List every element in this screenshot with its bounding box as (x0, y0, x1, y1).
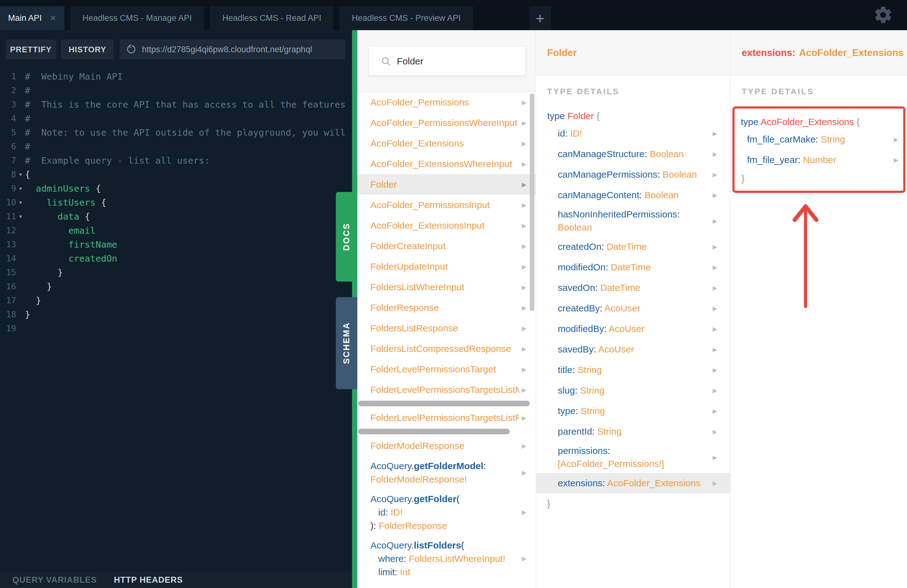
expand-icon[interactable]: ▶ (713, 346, 717, 353)
expand-icon[interactable]: ▶ (713, 264, 717, 271)
doc-list-item[interactable]: Folder▶ (357, 174, 536, 195)
doc-list-item[interactable]: FolderUpdateInput▶ (357, 256, 536, 277)
expand-icon[interactable]: ▶ (522, 243, 526, 250)
expand-icon[interactable]: ▶ (522, 443, 526, 449)
doc-list-item[interactable]: FolderResponse▶ (357, 297, 536, 318)
expand-icon[interactable]: ▶ (713, 284, 717, 291)
horizontal-scrollbar[interactable] (358, 401, 530, 406)
close-icon[interactable]: ✕ (50, 14, 56, 23)
expand-icon[interactable]: ▶ (894, 157, 898, 164)
tab-main-api[interactable]: Main API✕ (0, 6, 64, 30)
expand-icon[interactable]: ▶ (522, 555, 526, 562)
fold-icon[interactable]: ▼ (16, 214, 25, 219)
field-row[interactable]: savedOn: DateTime▶ (547, 278, 730, 298)
expand-icon[interactable]: ▶ (522, 120, 526, 126)
expand-icon[interactable]: ▶ (522, 414, 526, 422)
doc-list-item[interactable]: AcoFolder_Permissions▶ (357, 92, 536, 113)
expand-icon[interactable]: ▶ (713, 171, 717, 178)
doc-list-item[interactable]: FolderLevelPermissionsTargetsListRespons… (357, 407, 536, 428)
tab-headless-cms-manage-api[interactable]: Headless CMS - Manage API (70, 6, 204, 30)
field-row[interactable]: modifiedBy: AcoUser▶ (547, 319, 730, 339)
doc-list-item[interactable]: AcoQuery.getFolderModel:FolderModelRespo… (357, 456, 536, 489)
doc-list-item[interactable]: AcoFolder_PermissionsInput▶ (357, 195, 536, 215)
doc-list-item[interactable]: AcoFolder_PermissionsWhereInput▶ (357, 113, 536, 133)
expand-icon[interactable]: ▶ (713, 454, 717, 461)
expand-icon[interactable]: ▶ (522, 201, 526, 209)
field-row[interactable]: fm_file_carMake: String▶ (741, 129, 903, 150)
http-headers-tab[interactable]: HTTP HEADERS (114, 575, 183, 585)
expand-icon[interactable]: ▶ (713, 366, 717, 374)
expand-icon[interactable]: ▶ (713, 130, 717, 137)
expand-icon[interactable]: ▶ (522, 99, 526, 106)
field-row[interactable]: createdOn: DateTime▶ (547, 236, 730, 257)
expand-icon[interactable]: ▶ (522, 284, 526, 291)
gear-icon[interactable] (873, 5, 893, 25)
query-variables-tab[interactable]: QUERY VARIABLES (13, 575, 97, 585)
field-row[interactable]: id: ID!▶ (547, 123, 730, 144)
expand-icon[interactable]: ▶ (522, 509, 526, 516)
expand-icon[interactable]: ▶ (522, 140, 526, 147)
doc-list-item[interactable]: FoldersListResponse▶ (357, 318, 536, 339)
field-row[interactable]: extensions: AcoFolder_Extensions▶ (536, 473, 730, 494)
expand-icon[interactable]: ▶ (713, 326, 717, 332)
expand-icon[interactable]: ▶ (713, 192, 717, 199)
field-row[interactable]: hasNonInheritedPermissions: Boolean▶ (547, 205, 730, 236)
expand-icon[interactable]: ▶ (713, 150, 717, 158)
expand-icon[interactable]: ▶ (713, 243, 717, 251)
doc-list-item[interactable]: FolderModelResponse▶ (357, 436, 536, 456)
field-row[interactable]: slug: String▶ (547, 380, 730, 401)
tab-headless-cms-read-api[interactable]: Headless CMS - Read API (210, 6, 334, 30)
doc-list-item[interactable]: AcoFolder_ExtensionsWhereInput▶ (357, 154, 536, 174)
field-row[interactable]: title: String▶ (547, 360, 730, 380)
field-row[interactable]: fm_file_year: Number▶ (741, 150, 903, 170)
expand-icon[interactable]: ▶ (713, 305, 717, 312)
field-row[interactable]: type: String▶ (547, 401, 730, 421)
code-editor[interactable]: 1# Webiny Main API2#3# This is the core … (0, 69, 352, 336)
field-row[interactable]: createdBy: AcoUser▶ (547, 298, 730, 319)
schema-tab[interactable]: SCHEMA (336, 297, 357, 389)
doc-list-item[interactable]: AcoFolder_ExtensionsInput▶ (357, 215, 536, 236)
expand-icon[interactable]: ▶ (713, 387, 717, 394)
doc-list-item[interactable]: FolderLevelPermissionsTargetsListMeta▶ (357, 380, 536, 400)
doc-list-item[interactable]: FoldersListCompressedResponse▶ (357, 339, 536, 359)
doc-list-item[interactable]: FolderLevelPermissionsTarget▶ (357, 359, 536, 380)
expand-icon[interactable]: ▶ (522, 263, 526, 270)
expand-icon[interactable]: ▶ (522, 325, 526, 332)
new-tab-button[interactable]: + (529, 6, 551, 30)
tab-headless-cms-preview-api[interactable]: Headless CMS - Preview API (339, 6, 473, 30)
refresh-icon[interactable] (127, 44, 137, 55)
expand-icon[interactable]: ▶ (522, 222, 526, 229)
expand-icon[interactable]: ▶ (522, 387, 526, 393)
expand-icon[interactable]: ▶ (522, 181, 526, 188)
field-row[interactable]: permissions: [AcoFolder_Permissions!]▶ (547, 442, 730, 473)
expand-icon[interactable]: ▶ (522, 345, 526, 353)
history-button[interactable]: HISTORY (61, 40, 114, 59)
field-row[interactable]: canManageStructure: Boolean▶ (547, 144, 730, 164)
fold-icon[interactable]: ▼ (16, 186, 25, 191)
expand-icon[interactable]: ▶ (713, 407, 717, 415)
vertical-scrollbar[interactable] (530, 93, 534, 311)
docs-tab[interactable]: DOCS (336, 192, 357, 281)
expand-icon[interactable]: ▶ (713, 217, 717, 225)
expand-icon[interactable]: ▶ (894, 136, 898, 143)
url-bar[interactable]: https://d2785gi4qi6pw8.cloudfront.net/gr… (120, 40, 346, 59)
expand-icon[interactable]: ▶ (522, 366, 526, 373)
field-row[interactable]: canManageContent: Boolean▶ (547, 185, 730, 205)
field-row[interactable]: parentId: String▶ (547, 421, 730, 442)
field-row[interactable]: savedBy: AcoUser▶ (547, 339, 730, 360)
doc-list-item[interactable]: AcoFolder_Extensions▶ (357, 133, 536, 154)
prettify-button[interactable]: PRETTIFY (6, 40, 56, 59)
doc-list-item[interactable]: FolderCreateInput▶ (357, 236, 536, 256)
fold-icon[interactable]: ▼ (16, 200, 25, 205)
fold-icon[interactable]: ▼ (16, 172, 25, 177)
horizontal-scrollbar[interactable] (358, 429, 510, 434)
expand-icon[interactable]: ▶ (522, 161, 526, 168)
doc-list-item[interactable]: AcoQuery.getFolder( id: ID!): FolderResp… (357, 489, 536, 535)
expand-icon[interactable]: ▶ (713, 480, 717, 487)
expand-icon[interactable]: ▶ (522, 469, 526, 476)
expand-icon[interactable]: ▶ (713, 428, 717, 435)
doc-list-item[interactable]: FoldersListWhereInput▶ (357, 277, 536, 297)
doc-list-item[interactable]: AcoQuery.listFolders( where: FoldersList… (357, 535, 536, 582)
field-row[interactable]: modifiedOn: DateTime▶ (547, 257, 730, 278)
search-input[interactable]: Folder (369, 47, 526, 76)
